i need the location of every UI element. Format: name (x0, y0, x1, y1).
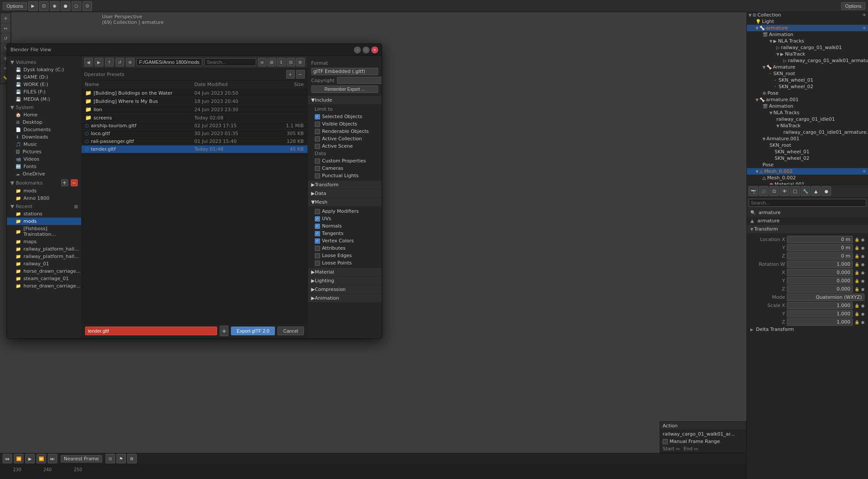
file-row-7[interactable]: ⬡ tender.gltf Today 01:48 45 KB (82, 145, 307, 153)
attributes-cb[interactable] (315, 246, 320, 251)
rot-z-anim[interactable]: ● (861, 287, 865, 291)
tree-arrow-mesh002[interactable]: ▼ (756, 169, 759, 174)
tree-item-skn-w22[interactable]: SKN_wheel_02 (747, 155, 868, 162)
file-row-4[interactable]: ⬡ airship-tourism.gltf 02 Jul 2023 17:15… (82, 122, 307, 130)
rot-w-lock[interactable]: 🔒 (855, 262, 859, 267)
recent-horse1[interactable]: 📁 horse_drawn_carriage... (7, 268, 81, 275)
recent-mods[interactable]: 📁 mods (7, 218, 81, 225)
tree-arrow-arm001obj[interactable]: ▼ (762, 137, 766, 141)
copyright-input[interactable] (337, 77, 382, 84)
nav-back-button[interactable]: ◀ (84, 58, 93, 66)
tree-item-skn-w2[interactable]: ╴ SKN_wheel_02 (747, 83, 868, 90)
material-collapsible[interactable]: ▶ Material (308, 268, 382, 276)
preset-remove-btn[interactable]: − (296, 70, 305, 79)
props-output-icon[interactable]: ⊡ (769, 186, 779, 196)
tree-item-mat001[interactable]: ● Material.001 (747, 181, 868, 185)
custom-props-cb[interactable] (315, 159, 320, 164)
rot-x-value[interactable]: 0.000 (787, 269, 853, 276)
file-row-1[interactable]: 📁 [Building] Where Is My Bus 18 Jun 2023… (82, 97, 307, 106)
volume-c[interactable]: 💾 Dysk lokalny (C:) (7, 66, 81, 73)
props-mat-icon[interactable]: ● (822, 186, 831, 196)
props-render-icon[interactable]: 🎥 (759, 186, 769, 196)
col-date-header[interactable]: Date Modified (195, 82, 267, 87)
lighting-collapsible[interactable]: ▶ Lighting (308, 277, 382, 285)
scale-z-value[interactable]: 1.000 (787, 318, 853, 326)
nav-bookmark-button[interactable]: ⊕ (126, 58, 135, 66)
loc-x-value[interactable]: 0 m (787, 236, 853, 243)
bookmark-anno[interactable]: 📁 Anno 1800 (7, 195, 81, 202)
dialog-close-button[interactable]: × (371, 46, 378, 53)
options-right-button[interactable]: Options (841, 2, 865, 10)
sys-docs[interactable]: 📄 Documents (7, 126, 81, 133)
scale-x-anim[interactable]: ● (861, 304, 865, 308)
tree-item-skn-root2[interactable]: SKN_root (747, 142, 868, 149)
rot-w-value[interactable]: 1.000 (787, 261, 853, 268)
end-value[interactable] (694, 448, 698, 450)
tree-arrow-armobj[interactable]: ▼ (762, 65, 766, 69)
dialog-maximize-button[interactable]: □ (363, 46, 370, 53)
props-view-icon[interactable]: 👁 (780, 186, 789, 196)
timeline-icon-1[interactable]: ⏮ (3, 454, 12, 463)
uvs-cb[interactable] (315, 216, 320, 221)
active-collection-cb[interactable] (315, 136, 320, 142)
visible-objects-cb[interactable] (315, 122, 320, 127)
cursor-tool[interactable]: ✛ (1, 13, 10, 23)
export-button[interactable]: Export glTF 2.0 (231, 327, 275, 335)
vertex-colors-cb[interactable] (315, 238, 320, 244)
cancel-button[interactable]: Cancel (277, 327, 304, 335)
rot-z-lock[interactable]: 🔒 (855, 287, 859, 291)
tree-item-anim2[interactable]: 🎬 Animation (747, 103, 868, 109)
tree-item-armature[interactable]: ▼ 🦴 armature 👁 (747, 25, 868, 31)
filename-plus-button[interactable]: + (220, 326, 228, 336)
scale-z-anim[interactable]: ● (861, 320, 865, 324)
props-obj-icon[interactable]: □ (790, 186, 800, 196)
tree-item-walk01-arm[interactable]: ▷ railway_cargo_01_walk01_armature (747, 57, 868, 64)
tree-item-arm001-obj[interactable]: ▼ Armature.001 (747, 135, 868, 142)
sys-fonts[interactable]: 🔤 Fonts (7, 163, 81, 170)
nav-parent-button[interactable]: ↑ (105, 58, 114, 66)
tree-item-pose[interactable]: ⊛ Pose (747, 90, 868, 96)
tree-item-mesh002-obj[interactable]: △ Mesh_0.002 (747, 175, 868, 181)
tree-item-nlatrack2[interactable]: ▼ NlaTrack (747, 122, 868, 129)
timeline-icon-2[interactable]: ⏪ (14, 454, 23, 463)
nav-refresh-button[interactable]: ↺ (116, 58, 124, 66)
loc-z-value[interactable]: 0 m (787, 252, 853, 260)
file-row-2[interactable]: 📁 lion 24 Jun 2023 23:30 (82, 106, 307, 114)
transform-collapsible[interactable]: ▶ Transform (308, 181, 382, 189)
recent-header[interactable]: ▼ Recent (7, 202, 81, 210)
file-row-5[interactable]: ⬡ loco.gltf 30 Jun 2023 01:35 305 KB (82, 130, 307, 138)
filter-button[interactable]: ⊟ (287, 58, 295, 66)
path-input[interactable] (136, 58, 202, 66)
sys-pictures[interactable]: 🖼 Pictures (7, 148, 81, 155)
loc-x-anim[interactable]: ● (861, 238, 865, 242)
sys-onedrive[interactable]: ☁ OneDrive (7, 170, 81, 178)
recent-rail-plat2[interactable]: 📁 railway_platform_hall... (7, 253, 81, 260)
props-search-input[interactable] (749, 199, 866, 207)
timeline-play-btn[interactable]: ▶ (25, 454, 35, 463)
scale-x-lock[interactable]: 🔒 (855, 304, 859, 308)
sys-downloads[interactable]: ⬇ Downloads (7, 133, 81, 141)
recent-scroll[interactable] (74, 205, 78, 208)
active-scene-cb[interactable] (315, 144, 320, 149)
tree-item-nla[interactable]: ▼ ▶ NLA Tracks (747, 38, 868, 44)
recent-steam[interactable]: 📁 steam_carriage_01 (7, 275, 81, 282)
file-row-0[interactable]: 📁 [Building] Buildings on the Water 04 J… (82, 89, 307, 97)
tree-item-nlatrack[interactable]: ▼ ▶ NlaTrack (747, 51, 868, 57)
scale-z-lock[interactable]: 🔒 (855, 320, 859, 324)
scale-y-value[interactable]: 1.000 (787, 310, 853, 317)
system-header[interactable]: ▼ System (7, 103, 81, 111)
view-mode-btn[interactable]: ▶ (28, 1, 38, 11)
loose-edges-cb[interactable] (315, 253, 320, 258)
mode-value[interactable]: Quaternion (WXYZ) (787, 294, 865, 301)
tree-item-walk01[interactable]: ▷ railway_cargo_01_walk01 (747, 44, 868, 51)
search-input[interactable] (204, 58, 256, 66)
eye-icon[interactable]: 👁 (862, 13, 866, 17)
recent-stations[interactable]: 📁 stations (7, 210, 81, 218)
sys-desktop[interactable]: 🖥 Desktop (7, 119, 81, 126)
preset-add-btn[interactable]: + (286, 70, 295, 79)
remember-export-button[interactable]: Remember Export ... (311, 86, 379, 93)
mesh-collapsible[interactable]: ▼ Mesh (308, 198, 382, 206)
bookmark-remove-button[interactable]: − (71, 179, 78, 186)
filename-input[interactable] (85, 327, 218, 335)
tangents-cb[interactable] (315, 231, 320, 236)
